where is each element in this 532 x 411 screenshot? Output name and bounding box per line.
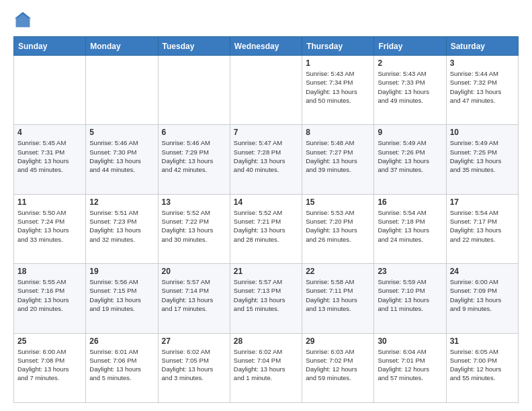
day-info: Sunrise: 5:43 AM Sunset: 7:34 PM Dayligh… (306, 69, 370, 105)
day-number: 16 (378, 197, 442, 207)
day-number: 27 (162, 336, 226, 346)
day-number: 14 (234, 197, 298, 207)
day-number: 13 (162, 197, 226, 207)
day-cell: 21Sunrise: 5:57 AM Sunset: 7:13 PM Dayli… (230, 264, 302, 333)
weekday-header-sunday: Sunday (14, 37, 86, 56)
day-number: 22 (306, 267, 370, 276)
weekday-header-monday: Monday (86, 37, 158, 56)
page: SundayMondayTuesdayWednesdayThursdayFrid… (0, 0, 532, 411)
weekday-header-saturday: Saturday (446, 37, 518, 56)
day-info: Sunrise: 5:51 AM Sunset: 7:23 PM Dayligh… (89, 208, 154, 244)
weekday-header-row: SundayMondayTuesdayWednesdayThursdayFrid… (14, 37, 519, 56)
day-number: 21 (234, 267, 298, 276)
day-cell: 14Sunrise: 5:52 AM Sunset: 7:21 PM Dayli… (230, 194, 302, 263)
day-number: 10 (450, 128, 515, 137)
day-cell: 25Sunrise: 6:00 AM Sunset: 7:08 PM Dayli… (14, 333, 86, 402)
weekday-header-wednesday: Wednesday (230, 37, 302, 56)
day-number: 23 (378, 267, 442, 276)
day-number: 1 (306, 58, 370, 68)
day-info: Sunrise: 5:48 AM Sunset: 7:27 PM Dayligh… (306, 138, 370, 174)
day-cell: 24Sunrise: 6:00 AM Sunset: 7:09 PM Dayli… (446, 264, 518, 333)
day-info: Sunrise: 5:57 AM Sunset: 7:13 PM Dayligh… (234, 277, 298, 313)
day-number: 6 (162, 128, 226, 137)
weekday-header-friday: Friday (374, 37, 446, 56)
day-info: Sunrise: 6:00 AM Sunset: 7:08 PM Dayligh… (17, 347, 82, 383)
day-info: Sunrise: 6:01 AM Sunset: 7:06 PM Dayligh… (89, 347, 154, 383)
day-info: Sunrise: 5:54 AM Sunset: 7:18 PM Dayligh… (378, 208, 442, 244)
day-cell: 2Sunrise: 5:43 AM Sunset: 7:33 PM Daylig… (374, 56, 446, 125)
day-cell: 6Sunrise: 5:46 AM Sunset: 7:29 PM Daylig… (158, 125, 230, 194)
day-cell: 23Sunrise: 5:59 AM Sunset: 7:10 PM Dayli… (374, 264, 446, 333)
day-number: 7 (234, 128, 298, 137)
day-cell: 20Sunrise: 5:57 AM Sunset: 7:14 PM Dayli… (158, 264, 230, 333)
day-cell: 3Sunrise: 5:44 AM Sunset: 7:32 PM Daylig… (446, 56, 518, 125)
day-info: Sunrise: 6:04 AM Sunset: 7:01 PM Dayligh… (378, 347, 442, 383)
day-info: Sunrise: 5:49 AM Sunset: 7:25 PM Dayligh… (450, 138, 515, 174)
day-number: 30 (378, 336, 442, 346)
day-cell: 27Sunrise: 6:02 AM Sunset: 7:05 PM Dayli… (158, 333, 230, 402)
day-number: 8 (306, 128, 370, 137)
day-info: Sunrise: 6:02 AM Sunset: 7:04 PM Dayligh… (234, 347, 298, 383)
day-info: Sunrise: 5:56 AM Sunset: 7:15 PM Dayligh… (89, 277, 154, 313)
day-cell: 19Sunrise: 5:56 AM Sunset: 7:15 PM Dayli… (86, 264, 158, 333)
logo (13, 11, 35, 30)
day-number: 26 (89, 336, 154, 346)
day-number: 3 (450, 58, 515, 68)
svg-marker-0 (16, 13, 30, 28)
week-row-5: 25Sunrise: 6:00 AM Sunset: 7:08 PM Dayli… (14, 333, 519, 402)
weekday-header-tuesday: Tuesday (158, 37, 230, 56)
day-cell: 31Sunrise: 6:05 AM Sunset: 7:00 PM Dayli… (446, 333, 518, 402)
day-number: 17 (450, 197, 515, 207)
day-number: 25 (17, 336, 82, 346)
day-info: Sunrise: 5:50 AM Sunset: 7:24 PM Dayligh… (17, 208, 82, 244)
day-cell (14, 56, 86, 125)
day-number: 4 (17, 128, 82, 137)
day-cell: 12Sunrise: 5:51 AM Sunset: 7:23 PM Dayli… (86, 194, 158, 263)
day-info: Sunrise: 5:46 AM Sunset: 7:30 PM Dayligh… (89, 138, 154, 174)
day-cell: 18Sunrise: 5:55 AM Sunset: 7:16 PM Dayli… (14, 264, 86, 333)
day-cell: 22Sunrise: 5:58 AM Sunset: 7:11 PM Dayli… (302, 264, 374, 333)
day-info: Sunrise: 6:02 AM Sunset: 7:05 PM Dayligh… (162, 347, 226, 383)
day-cell: 7Sunrise: 5:47 AM Sunset: 7:28 PM Daylig… (230, 125, 302, 194)
day-info: Sunrise: 5:55 AM Sunset: 7:16 PM Dayligh… (17, 277, 82, 313)
day-cell (230, 56, 302, 125)
day-cell: 11Sunrise: 5:50 AM Sunset: 7:24 PM Dayli… (14, 194, 86, 263)
day-info: Sunrise: 5:53 AM Sunset: 7:20 PM Dayligh… (306, 208, 370, 244)
day-cell: 1Sunrise: 5:43 AM Sunset: 7:34 PM Daylig… (302, 56, 374, 125)
week-row-2: 4Sunrise: 5:45 AM Sunset: 7:31 PM Daylig… (14, 125, 519, 194)
day-cell (158, 56, 230, 125)
day-info: Sunrise: 6:05 AM Sunset: 7:00 PM Dayligh… (450, 347, 515, 383)
logo-icon (13, 11, 32, 30)
day-number: 20 (162, 267, 226, 276)
day-cell: 13Sunrise: 5:52 AM Sunset: 7:22 PM Dayli… (158, 194, 230, 263)
day-info: Sunrise: 6:03 AM Sunset: 7:02 PM Dayligh… (306, 347, 370, 383)
day-number: 12 (89, 197, 154, 207)
week-row-1: 1Sunrise: 5:43 AM Sunset: 7:34 PM Daylig… (14, 56, 519, 125)
day-cell: 15Sunrise: 5:53 AM Sunset: 7:20 PM Dayli… (302, 194, 374, 263)
day-info: Sunrise: 5:52 AM Sunset: 7:21 PM Dayligh… (234, 208, 298, 244)
day-info: Sunrise: 5:47 AM Sunset: 7:28 PM Dayligh… (234, 138, 298, 174)
day-cell: 16Sunrise: 5:54 AM Sunset: 7:18 PM Dayli… (374, 194, 446, 263)
day-cell: 30Sunrise: 6:04 AM Sunset: 7:01 PM Dayli… (374, 333, 446, 402)
day-info: Sunrise: 5:43 AM Sunset: 7:33 PM Dayligh… (378, 69, 442, 105)
day-cell: 26Sunrise: 6:01 AM Sunset: 7:06 PM Dayli… (86, 333, 158, 402)
day-cell: 17Sunrise: 5:54 AM Sunset: 7:17 PM Dayli… (446, 194, 518, 263)
weekday-header-thursday: Thursday (302, 37, 374, 56)
day-number: 31 (450, 336, 515, 346)
day-info: Sunrise: 5:49 AM Sunset: 7:26 PM Dayligh… (378, 138, 442, 174)
day-info: Sunrise: 6:00 AM Sunset: 7:09 PM Dayligh… (450, 277, 515, 313)
day-info: Sunrise: 5:52 AM Sunset: 7:22 PM Dayligh… (162, 208, 226, 244)
week-row-4: 18Sunrise: 5:55 AM Sunset: 7:16 PM Dayli… (14, 264, 519, 333)
day-number: 18 (17, 267, 82, 276)
day-number: 2 (378, 58, 442, 68)
calendar-table: SundayMondayTuesdayWednesdayThursdayFrid… (13, 36, 519, 403)
day-number: 5 (89, 128, 154, 137)
day-cell: 10Sunrise: 5:49 AM Sunset: 7:25 PM Dayli… (446, 125, 518, 194)
day-cell: 5Sunrise: 5:46 AM Sunset: 7:30 PM Daylig… (86, 125, 158, 194)
day-number: 19 (89, 267, 154, 276)
day-info: Sunrise: 5:45 AM Sunset: 7:31 PM Dayligh… (17, 138, 82, 174)
day-number: 15 (306, 197, 370, 207)
week-row-3: 11Sunrise: 5:50 AM Sunset: 7:24 PM Dayli… (14, 194, 519, 263)
day-info: Sunrise: 5:59 AM Sunset: 7:10 PM Dayligh… (378, 277, 442, 313)
header (13, 11, 519, 30)
